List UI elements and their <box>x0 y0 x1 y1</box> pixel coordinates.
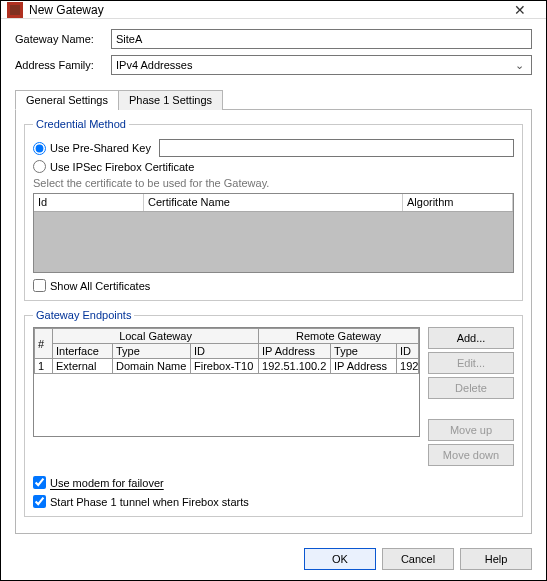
ep-cell-type-l: Domain Name <box>113 359 191 374</box>
gateway-endpoints-group: Gateway Endpoints # Local Gateway <box>24 309 523 517</box>
tab-phase1[interactable]: Phase 1 Settings <box>118 90 223 110</box>
movedown-button[interactable]: Move down <box>428 444 514 466</box>
psk-input[interactable] <box>159 139 514 157</box>
ok-button[interactable]: OK <box>304 548 376 570</box>
cert-table: Id Certificate Name Algorithm <box>33 193 514 273</box>
add-button[interactable]: Add... <box>428 327 514 349</box>
credential-method-legend: Credential Method <box>33 118 129 130</box>
ep-col-id-l[interactable]: ID <box>191 344 259 359</box>
cert-label: Use IPSec Firebox Certificate <box>50 161 194 173</box>
credential-method-group: Credential Method Use Pre-Shared Key Use… <box>24 118 523 301</box>
help-button[interactable]: Help <box>460 548 532 570</box>
gateway-name-label: Gateway Name: <box>15 33 111 45</box>
ep-cell-num: 1 <box>35 359 53 374</box>
ep-grp-local[interactable]: Local Gateway <box>53 329 259 344</box>
cancel-button[interactable]: Cancel <box>382 548 454 570</box>
ep-col-num[interactable]: # <box>35 329 53 359</box>
cert-hint: Select the certificate to be used for th… <box>33 177 514 189</box>
ep-col-ip[interactable]: IP Address <box>259 344 331 359</box>
start-phase1-label: Start Phase 1 tunnel when Firebox starts <box>50 496 249 508</box>
ep-cell-interface: External <box>53 359 113 374</box>
cert-col-algo[interactable]: Algorithm <box>403 194 513 211</box>
ep-cell-id-r: 192.51.100.2 <box>397 359 419 374</box>
tabstrip: General Settings Phase 1 Settings <box>15 90 532 110</box>
show-all-certs-label: Show All Certificates <box>50 280 150 292</box>
close-icon: ✕ <box>514 2 526 18</box>
ep-col-type-l[interactable]: Type <box>113 344 191 359</box>
ep-cell-ip: 192.51.100.2 <box>259 359 331 374</box>
delete-button[interactable]: Delete <box>428 377 514 399</box>
address-family-value: IPv4 Addresses <box>116 59 511 71</box>
endpoints-table[interactable]: # Local Gateway Remote Gateway Interface… <box>33 327 420 437</box>
close-button[interactable]: ✕ <box>500 1 540 18</box>
dialog-footer: OK Cancel Help <box>1 540 546 580</box>
ep-col-interface[interactable]: Interface <box>53 344 113 359</box>
address-family-select[interactable]: IPv4 Addresses ⌄ <box>111 55 532 75</box>
chevron-down-icon: ⌄ <box>511 59 527 72</box>
modem-failover-label: Use modem for failover <box>50 477 164 489</box>
gateway-name-input[interactable] <box>111 29 532 49</box>
show-all-certs-checkbox[interactable] <box>33 279 46 292</box>
address-family-label: Address Family: <box>15 59 111 71</box>
cert-radio[interactable] <box>33 160 46 173</box>
titlebar: New Gateway ✕ <box>1 1 546 19</box>
table-row[interactable]: 1 External Domain Name Firebox-T10 192.5… <box>35 359 419 374</box>
gateway-endpoints-legend: Gateway Endpoints <box>33 309 134 321</box>
psk-radio[interactable] <box>33 142 46 155</box>
ep-cell-type-r: IP Address <box>331 359 397 374</box>
app-icon <box>7 2 23 18</box>
cert-table-body <box>34 212 513 272</box>
cert-col-name[interactable]: Certificate Name <box>144 194 403 211</box>
ep-cell-id-l: Firebox-T10 <box>191 359 259 374</box>
ep-col-type-r[interactable]: Type <box>331 344 397 359</box>
moveup-button[interactable]: Move up <box>428 419 514 441</box>
modem-failover-checkbox[interactable] <box>33 476 46 489</box>
ep-col-id-r[interactable]: ID <box>397 344 419 359</box>
start-phase1-checkbox[interactable] <box>33 495 46 508</box>
edit-button[interactable]: Edit... <box>428 352 514 374</box>
tab-general[interactable]: General Settings <box>15 90 119 110</box>
psk-label: Use Pre-Shared Key <box>50 142 151 154</box>
cert-col-id[interactable]: Id <box>34 194 144 211</box>
window-title: New Gateway <box>29 3 500 17</box>
ep-grp-remote[interactable]: Remote Gateway <box>259 329 419 344</box>
